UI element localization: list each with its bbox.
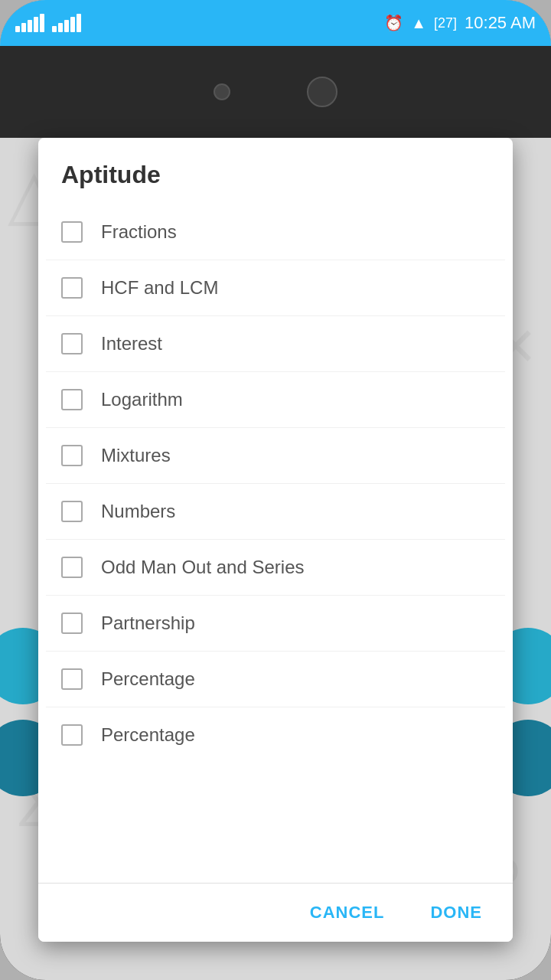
dialog-actions: CANCEL DONE	[38, 883, 513, 942]
checkbox-mixtures[interactable]	[61, 445, 83, 466]
checkbox-fractions[interactable]	[61, 221, 83, 243]
signal-bar-6	[52, 26, 57, 32]
done-button[interactable]: DONE	[415, 895, 497, 930]
list-item-partnership[interactable]: Partnership	[46, 596, 505, 652]
checkbox-logarithm[interactable]	[61, 389, 83, 410]
checkbox-hcf-lcm[interactable]	[61, 277, 83, 299]
list-item-percentage1[interactable]: Percentage	[46, 652, 505, 707]
item-label-numbers: Numbers	[101, 501, 175, 522]
dialog-list: FractionsHCF and LCMInterestLogarithmMix…	[38, 204, 513, 883]
signal-bar-3	[28, 20, 32, 32]
signal-bar-5	[40, 14, 44, 32]
signal-bar-1	[15, 26, 20, 32]
status-right-icons: ⏰ ▲ [27] 10:25 AM	[384, 13, 536, 33]
status-time: 10:25 AM	[465, 13, 536, 33]
list-item-hcf-lcm[interactable]: HCF and LCM	[46, 260, 505, 316]
dialog-title: Aptitude	[38, 138, 513, 204]
signal-bar-9	[70, 17, 75, 32]
list-item-fractions[interactable]: Fractions	[46, 204, 505, 260]
item-label-fractions: Fractions	[101, 221, 177, 243]
checkbox-percentage1[interactable]	[61, 668, 83, 690]
signal-bar-4	[34, 17, 38, 32]
signal-bar-7	[58, 23, 63, 32]
aptitude-dialog: Aptitude FractionsHCF and LCMInterestLog…	[38, 138, 513, 942]
list-item-percentage2[interactable]: Percentage	[46, 707, 505, 763]
speaker-grille	[307, 77, 337, 107]
list-item-numbers[interactable]: Numbers	[46, 484, 505, 540]
item-label-odd-man-out: Odd Man Out and Series	[101, 557, 304, 578]
list-item-logarithm[interactable]: Logarithm	[46, 372, 505, 428]
battery-level: 27	[438, 15, 453, 31]
item-label-interest: Interest	[101, 333, 162, 354]
phone-shell: π a=b=c △ ∑ ∞ × ÷ |x+y|=100 ⏰ ▲	[0, 0, 551, 980]
checkbox-percentage2[interactable]	[61, 724, 83, 746]
item-label-mixtures: Mixtures	[101, 445, 171, 466]
item-label-percentage1: Percentage	[101, 668, 195, 690]
checkbox-odd-man-out[interactable]	[61, 557, 83, 578]
checkbox-interest[interactable]	[61, 333, 83, 354]
item-label-partnership: Partnership	[101, 612, 195, 634]
cancel-button[interactable]: CANCEL	[295, 895, 400, 930]
list-item-odd-man-out[interactable]: Odd Man Out and Series	[46, 540, 505, 596]
signal-bar-2	[21, 23, 26, 32]
signal-indicator	[15, 14, 81, 32]
item-label-hcf-lcm: HCF and LCM	[101, 277, 218, 299]
signal-bar-8	[64, 20, 69, 32]
camera-lens	[214, 83, 230, 100]
alarm-icon: ⏰	[384, 14, 403, 32]
wifi-icon: ▲	[411, 15, 426, 32]
status-bar: ⏰ ▲ [27] 10:25 AM	[0, 0, 551, 46]
checkbox-numbers[interactable]	[61, 501, 83, 522]
list-item-mixtures[interactable]: Mixtures	[46, 428, 505, 484]
item-label-logarithm: Logarithm	[101, 389, 183, 410]
signal-bar-10	[77, 14, 81, 32]
battery-icon: [27]	[434, 15, 457, 31]
camera-area	[0, 46, 551, 138]
item-label-percentage2: Percentage	[101, 724, 195, 746]
checkbox-partnership[interactable]	[61, 612, 83, 634]
list-item-interest[interactable]: Interest	[46, 316, 505, 372]
